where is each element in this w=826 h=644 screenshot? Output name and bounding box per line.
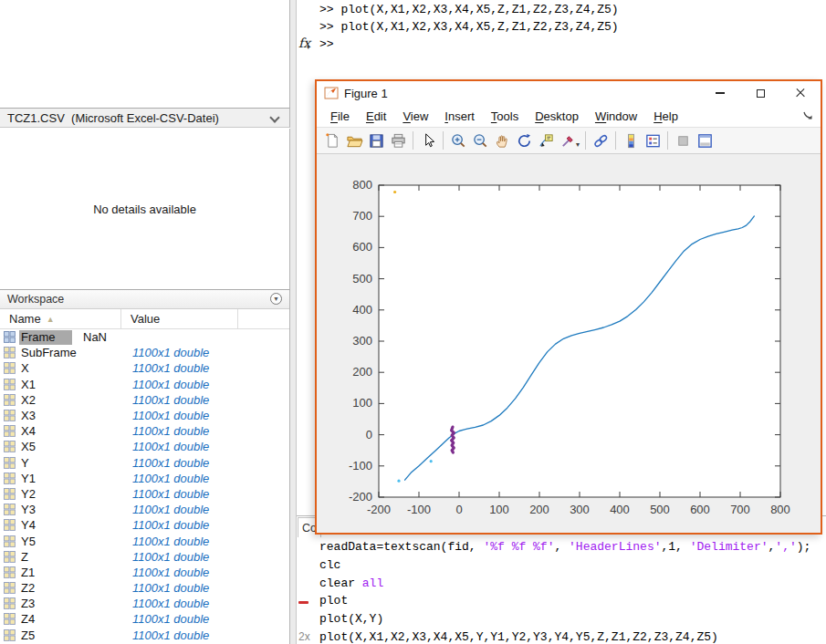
link-plot-icon[interactable] bbox=[590, 130, 612, 151]
menu-item-tools[interactable]: Tools bbox=[483, 109, 527, 123]
workspace-variable-row[interactable]: Z41100x1 double bbox=[0, 611, 289, 627]
insert-legend-icon[interactable] bbox=[642, 130, 664, 151]
workspace-variable-row[interactable]: Z51100x1 double bbox=[0, 628, 289, 643]
zoom-out-icon[interactable] bbox=[469, 130, 491, 151]
open-file-icon[interactable] bbox=[343, 130, 365, 151]
workspace-variable-row[interactable]: FrameNaN bbox=[0, 329, 289, 345]
workspace-variable-row[interactable]: Y41100x1 double bbox=[0, 517, 289, 533]
variable-name[interactable]: Z2 bbox=[21, 581, 121, 595]
variable-name[interactable]: X4 bbox=[21, 424, 121, 438]
variable-name[interactable]: SubFrame bbox=[21, 346, 121, 359]
variable-name[interactable]: Z3 bbox=[21, 597, 121, 610]
x-tick-label: 100 bbox=[489, 503, 509, 516]
minimize-button[interactable] bbox=[700, 81, 740, 105]
variable-value: 1100x1 double bbox=[121, 424, 209, 438]
variable-grid-icon bbox=[4, 488, 16, 500]
series-purple-scribble bbox=[452, 427, 455, 452]
workspace-variable-row[interactable]: X11100x1 double bbox=[0, 377, 289, 392]
workspace-variable-row[interactable]: Z31100x1 double bbox=[0, 596, 289, 611]
save-figure-icon[interactable] bbox=[365, 130, 387, 151]
variable-grid-icon bbox=[4, 473, 16, 484]
menu-item-edit[interactable]: Edit bbox=[358, 109, 394, 123]
command-line[interactable]: clear all bbox=[297, 576, 826, 594]
command-line[interactable]: 2xplot(X,X1,X2,X3,X4,X5,Y,Y1,Y2,Y3,Y4,Y5… bbox=[297, 629, 826, 644]
menu-item-desktop[interactable]: Desktop bbox=[527, 109, 587, 123]
pan-icon[interactable] bbox=[491, 130, 513, 151]
variable-name[interactable]: X5 bbox=[21, 440, 121, 453]
variable-grid-icon bbox=[4, 457, 16, 469]
workspace-title: Workspace bbox=[7, 293, 64, 306]
figure-canvas: -200-1000100200300400500600700800-200-10… bbox=[317, 154, 821, 533]
variable-name[interactable]: Y1 bbox=[21, 472, 121, 485]
variable-value: 1100x1 double bbox=[121, 628, 209, 642]
column-header-name[interactable]: Name ▲ bbox=[0, 309, 121, 328]
variable-name[interactable]: Z bbox=[21, 550, 121, 564]
workspace-titlebar[interactable]: Workspace ▼ bbox=[0, 290, 289, 309]
figure-titlebar[interactable]: Figure 1 bbox=[317, 81, 821, 105]
data-cursor-icon[interactable] bbox=[535, 130, 557, 151]
close-button[interactable] bbox=[780, 81, 821, 105]
menu-item-help[interactable]: Help bbox=[645, 109, 686, 123]
variable-name[interactable]: Y3 bbox=[21, 503, 121, 516]
variable-name[interactable]: Z4 bbox=[21, 612, 121, 626]
menu-item-view[interactable]: View bbox=[394, 109, 436, 123]
sort-ascending-icon: ▲ bbox=[47, 315, 55, 324]
brush-dropdown-caret-icon[interactable]: ▾ bbox=[576, 140, 580, 149]
workspace-variable-row[interactable]: Y51100x1 double bbox=[0, 533, 289, 548]
dock-figure-icon[interactable] bbox=[694, 130, 716, 151]
variable-name[interactable]: Z5 bbox=[21, 628, 121, 642]
rotate-3d-icon[interactable] bbox=[513, 130, 535, 151]
edit-plot-icon[interactable] bbox=[417, 130, 439, 151]
workspace-variable-row[interactable]: SubFrame1100x1 double bbox=[0, 345, 289, 360]
menu-item-file[interactable]: File bbox=[322, 109, 358, 123]
workspace-variable-row[interactable]: Y11100x1 double bbox=[0, 471, 289, 486]
zoom-in-icon[interactable] bbox=[447, 130, 469, 151]
command-prompt[interactable]: >> bbox=[319, 37, 334, 51]
x-tick-label: 300 bbox=[570, 503, 590, 516]
workspace-variable-row[interactable]: X21100x1 double bbox=[0, 392, 289, 408]
command-line[interactable]: clc bbox=[297, 557, 826, 576]
workspace-menu-icon[interactable]: ▼ bbox=[270, 293, 282, 305]
variable-name[interactable]: Y5 bbox=[21, 535, 121, 548]
print-figure-icon[interactable] bbox=[387, 130, 409, 151]
menu-item-insert[interactable]: Insert bbox=[436, 109, 483, 123]
workspace-variable-row[interactable]: Z11100x1 double bbox=[0, 565, 289, 580]
column-header-value[interactable]: Value bbox=[121, 309, 238, 328]
command-line[interactable]: plot(X,Y) bbox=[297, 611, 826, 629]
workspace-variable-row[interactable]: X1100x1 double bbox=[0, 360, 289, 376]
variable-name[interactable]: Y4 bbox=[21, 518, 121, 532]
variable-name[interactable]: X3 bbox=[21, 409, 121, 422]
workspace-variable-row[interactable]: Y21100x1 double bbox=[0, 486, 289, 502]
plot-area[interactable]: -200-1000100200300400500600700800-200-10… bbox=[335, 162, 810, 527]
workspace-variable-row[interactable]: Y31100x1 double bbox=[0, 502, 289, 517]
variable-grid-icon bbox=[4, 425, 16, 437]
workspace-variable-row[interactable]: Y1100x1 double bbox=[0, 455, 289, 471]
variable-name[interactable]: Frame bbox=[19, 330, 72, 345]
workspace-variable-row[interactable]: X31100x1 double bbox=[0, 408, 289, 423]
variable-name[interactable]: Y2 bbox=[21, 487, 121, 501]
chevron-down-icon[interactable] bbox=[269, 112, 279, 122]
dock-arrow-icon[interactable] bbox=[802, 110, 814, 122]
command-line[interactable]: plot bbox=[297, 593, 826, 611]
hide-plot-tools-icon[interactable] bbox=[672, 130, 694, 151]
variable-name[interactable]: Z1 bbox=[21, 566, 121, 579]
panel-divider[interactable] bbox=[290, 0, 297, 644]
insert-colorbar-icon[interactable] bbox=[620, 130, 642, 151]
workspace-variable-row[interactable]: Z21100x1 double bbox=[0, 580, 289, 596]
details-panel-header[interactable]: TCZ1.CSV (Microsoft Excel-CSV-Datei) bbox=[0, 108, 290, 128]
variable-value: 1100x1 double bbox=[121, 597, 209, 610]
workspace-variable-row[interactable]: Z1100x1 double bbox=[0, 549, 289, 565]
variable-name[interactable]: X bbox=[21, 361, 121, 375]
error-marker-icon bbox=[298, 601, 308, 604]
menu-item-window[interactable]: Window bbox=[587, 109, 645, 123]
new-figure-icon[interactable] bbox=[321, 130, 343, 151]
variable-name[interactable]: X2 bbox=[21, 393, 121, 407]
variable-name[interactable]: Y bbox=[21, 456, 121, 470]
variable-name[interactable]: X1 bbox=[21, 378, 121, 391]
variable-value: 1100x1 double bbox=[121, 535, 209, 548]
workspace-variable-row[interactable]: X41100x1 double bbox=[0, 423, 289, 439]
command-line[interactable]: readData=textscan(fid, '%f %f %f', 'Head… bbox=[297, 539, 826, 557]
workspace-variable-row[interactable]: X51100x1 double bbox=[0, 439, 289, 454]
maximize-button[interactable] bbox=[740, 81, 780, 105]
figure-window[interactable]: Figure 1 FileEditViewInsertToolsDesktopW… bbox=[315, 79, 822, 535]
